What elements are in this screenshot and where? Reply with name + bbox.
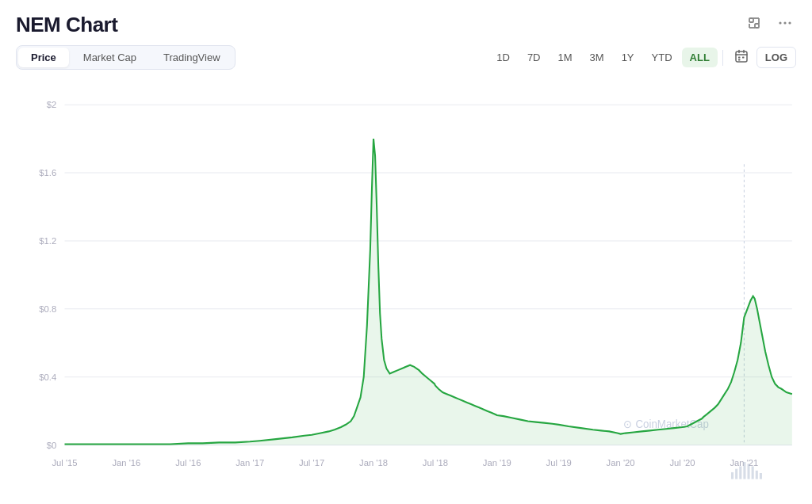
calendar-icon[interactable] [728,46,755,70]
svg-text:Jul '17: Jul '17 [299,458,324,468]
tab-market-cap[interactable]: Market Cap [71,48,149,67]
log-button[interactable]: LOG [756,47,796,68]
svg-text:Jan '19: Jan '19 [483,458,511,468]
svg-point-8 [788,21,791,24]
svg-point-6 [779,21,781,24]
svg-rect-15 [738,59,741,60]
svg-rect-46 [748,464,750,479]
svg-text:Jan '16: Jan '16 [112,458,140,468]
range-1d[interactable]: 1D [488,48,518,67]
svg-text:$1.2: $1.2 [39,236,56,246]
range-group: 1D 7D 1M 3M 1Y YTD ALL LOG [488,46,796,70]
svg-text:Jul '16: Jul '16 [175,458,201,468]
svg-text:Jan '20: Jan '20 [607,458,635,468]
header-icons [744,14,796,36]
svg-rect-43 [735,469,737,479]
range-ytd[interactable]: YTD [644,48,680,67]
svg-text:$0.4: $0.4 [39,372,56,382]
toolbar-row: Price Market Cap TradingView 1D 7D 1M 3M… [16,45,796,70]
main-container: NEM Chart [0,0,812,504]
chart-tab-group: Price Market Cap TradingView [16,45,236,70]
svg-rect-44 [739,466,741,479]
page-title: NEM Chart [16,13,117,37]
svg-text:Jul '15: Jul '15 [52,458,77,468]
svg-rect-49 [760,473,762,479]
svg-rect-14 [742,56,745,58]
svg-text:Jul '18: Jul '18 [423,458,448,468]
svg-text:$2: $2 [47,100,57,109]
expand-icon[interactable] [744,14,764,36]
tab-price[interactable]: Price [18,48,69,67]
svg-text:Jul '20: Jul '20 [669,458,695,468]
svg-text:Jan '18: Jan '18 [359,458,388,468]
range-divider [722,50,723,66]
header-row: NEM Chart [16,13,796,37]
svg-rect-42 [731,472,733,479]
svg-rect-0 [749,18,753,22]
svg-rect-9 [736,52,747,62]
tab-tradingview[interactable]: TradingView [151,48,233,67]
svg-point-7 [783,21,786,24]
svg-text:$0: $0 [47,441,57,450]
svg-text:$1.6: $1.6 [39,168,56,178]
svg-text:Jul '19: Jul '19 [546,458,572,468]
svg-text:$0.8: $0.8 [39,304,56,314]
range-3m[interactable]: 3M [582,48,612,67]
range-7d[interactable]: 7D [519,48,549,67]
svg-rect-48 [756,471,758,479]
chart-area: $2 $1.6 $1.2 $0.8 $0.4 $0 Jul '15 Jan '1… [16,79,796,496]
svg-rect-45 [743,462,745,479]
svg-rect-13 [738,56,741,58]
svg-rect-1 [755,24,759,28]
more-options-icon[interactable] [774,14,796,36]
svg-text:Jan '17: Jan '17 [236,458,264,468]
range-1y[interactable]: 1Y [614,48,642,67]
price-chart: $2 $1.6 $1.2 $0.8 $0.4 $0 Jul '15 Jan '1… [16,79,796,496]
svg-rect-47 [752,466,754,479]
range-all[interactable]: ALL [682,48,718,67]
range-1m[interactable]: 1M [550,48,580,67]
